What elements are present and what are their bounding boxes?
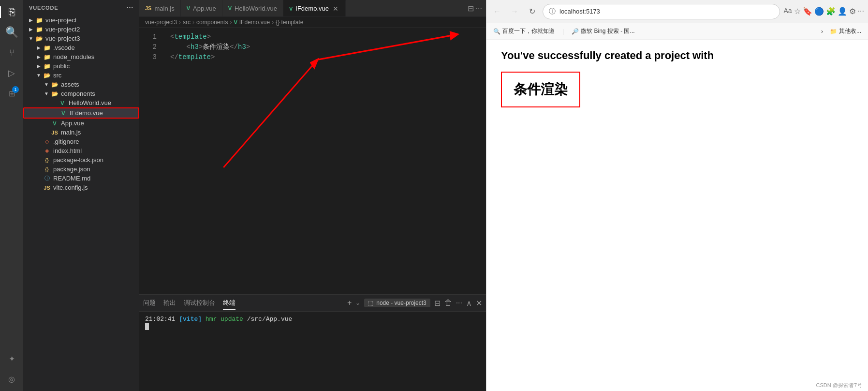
tab-appvue[interactable]: V App.vue [181,0,222,17]
run-activity-icon[interactable]: ▷ [3,65,20,81]
browser-forward-btn[interactable]: → [508,5,521,18]
browser-extensions-icon[interactable]: 🧩 [826,7,836,16]
account-activity-icon[interactable]: ◎ [3,371,20,387]
browser-page-title: You've successfully created a project wi… [501,49,853,62]
panel-dropdown-icon[interactable]: ⌄ [355,300,360,306]
browser-url: localhost:5173 [559,8,600,15]
tab-label-appvue: App.vue [193,5,216,12]
sidebar-item-public[interactable]: ▶ 📁 public [23,61,139,71]
bing-icon: 🔎 [572,28,579,35]
browser-back-btn[interactable]: ← [490,5,504,18]
tab-ifdemovue[interactable]: V IFdemo.vue ✕ [283,0,346,17]
activity-bar: ⎘ 🔍 ⑂ ▷ ⊞ 1 ✦ ◎ [0,0,23,391]
sidebar-item-label-pkg: package.json [53,165,90,173]
code-line-1: <template> [170,32,486,42]
browser-profile-icon[interactable]: 👤 [838,7,847,16]
bookmark-others[interactable]: 📁 其他收... [827,26,864,36]
browser-favorites-icon[interactable]: ☆ [794,7,801,16]
folder-open-icon-components: 📂 [50,90,59,97]
panel-split-icon[interactable]: ⊟ [434,299,441,308]
panel-tab-output[interactable]: 输出 [163,297,176,309]
panel-expand-icon[interactable]: ∧ [466,299,472,308]
browser-address-bar[interactable]: ⓘ localhost:5173 [543,4,780,19]
tab-bar-actions: ⊟ ··· [468,4,486,13]
panel-trash-icon[interactable]: 🗑 [444,299,452,307]
breadcrumb-part-ifdemo[interactable]: IFdemo.vue [239,19,270,26]
condition-render-box: 条件渲染 [501,72,580,107]
sidebar-item-vue-project3[interactable]: ▼ 📂 vue-project3 [23,34,139,43]
sidebar-item-pkglock[interactable]: ▶ {} package-lock.json [23,155,139,165]
terminal-path: /src/App.vue [247,316,293,323]
sidebar-item-components[interactable]: ▼ 📂 components [23,89,139,98]
bookmark-bing[interactable]: 🔎 微软 Bing 搜索 - 国... [569,26,637,36]
bookmark-baidu[interactable]: 🔍 百度一下，你就知道 [490,26,558,36]
sidebar-item-viteconfig[interactable]: ▶ JS vite.config.js [23,183,139,192]
panel-tab-debug[interactable]: 调试控制台 [184,297,215,309]
sidebar-item-label-viteconfig: vite.config.js [53,184,88,191]
code-editor[interactable]: 1 2 3 <template> <h3>条件渲染</h3> </templat… [139,28,486,294]
bookmark-more-icon[interactable]: › [821,28,823,35]
browser-refresh-btn[interactable]: ↻ [525,5,539,18]
sidebar-more-icon[interactable]: ··· [127,4,133,12]
panel-tab-problems[interactable]: 问题 [143,297,156,309]
sidebar-item-vscode[interactable]: ▶ 📁 .vscode [23,43,139,52]
panel-tab-icons: + ⌄ ⬚ node - vue-project3 ⊟ 🗑 ··· ∧ ✕ [347,299,482,308]
code-lines: <template> <h3>条件渲染</h3> </template> [162,32,486,290]
terminal-tab-node[interactable]: ⬚ node - vue-project3 [364,299,430,307]
sidebar-item-appvue[interactable]: ▶ V App.vue [23,119,139,128]
browser-more-icon[interactable]: ··· [858,7,864,16]
files-activity-icon[interactable]: ⎘ [3,4,20,20]
sidebar-item-mainjs[interactable]: ▶ JS main.js [23,128,139,137]
breadcrumb-part-project[interactable]: vue-project3 [145,19,177,26]
sidebar-item-label-node: node_modules [53,53,94,60]
folder-icon-node: 📁 [43,54,51,60]
panel-add-icon[interactable]: + [347,299,352,307]
condition-render-text: 条件渲染 [514,82,568,97]
breadcrumb-part-components[interactable]: components [196,19,228,26]
browser-read-aloud-icon[interactable]: Aa [784,7,792,16]
sidebar-item-assets[interactable]: ▼ 📂 assets [23,80,139,89]
sidebar-item-readme[interactable]: ▶ ⓘ README.md [23,174,139,183]
sidebar-item-node-modules[interactable]: ▶ 📁 node_modules [23,52,139,61]
source-control-activity-icon[interactable]: ⑂ [3,45,20,61]
browser-footer-text: CSDN @探索者7号 [816,382,862,388]
browser-edge-icon[interactable]: 🔵 [814,7,824,16]
sidebar-item-indexhtml[interactable]: ▶ ◈ index.html [23,146,139,155]
tab-close-ifdemovue[interactable]: ✕ [332,5,339,13]
sidebar-item-label: vue-project [45,16,76,24]
sidebar-item-helloworld[interactable]: ▶ V HelloWorld.vue [23,98,139,107]
sidebar-item-label-public: public [53,62,70,70]
panel: 问题 输出 调试控制台 终端 + ⌄ ⬚ node - vue-project3… [139,294,486,391]
panel-close-icon[interactable]: ✕ [476,299,482,308]
more-tabs-icon[interactable]: ··· [476,4,482,13]
bookmark-baidu-label: 百度一下，你就知道 [502,27,555,35]
sidebar-item-ifdemo[interactable]: ▶ V IFdemo.vue [23,107,139,119]
sidebar-item-vue-project2[interactable]: ▶ 📁 vue-project2 [23,25,139,34]
breadcrumb-part-template[interactable]: {} template [276,19,303,26]
panel-more-icon[interactable]: ··· [456,299,462,307]
panel-tab-bar: 问题 输出 调试控制台 终端 + ⌄ ⬚ node - vue-project3… [139,295,486,312]
breadcrumb-part-src[interactable]: src [183,19,191,26]
sidebar-item-label-3: vue-project3 [45,35,80,42]
sidebar-item-label-ifdemo: IFdemo.vue [70,109,103,117]
browser-settings-icon[interactable]: ⚙ [849,7,856,16]
search-activity-icon[interactable]: 🔍 [3,24,20,41]
sidebar-item-vue-project[interactable]: ▶ 📁 vue-project [23,15,139,25]
tab-mainjs[interactable]: JS main.js [139,0,181,17]
copilot-activity-icon[interactable]: ✦ [3,350,20,367]
terminal-content[interactable]: 21:02:41 [vite] hmr update /src/App.vue [139,312,486,391]
vue-icon-ifdemo: V [59,110,68,116]
browser-collections-icon[interactable]: 🔖 [803,7,812,16]
terminal-tab-icon: ⬚ [368,300,373,306]
sidebar-item-pkg[interactable]: ▶ {} package.json [23,165,139,174]
vue-tab-icon-app: V [187,5,190,11]
extensions-activity-icon[interactable]: ⊞ 1 [3,85,20,102]
sidebar-item-src[interactable]: ▼ 📂 src [23,71,139,80]
sidebar-item-gitignore[interactable]: ▶ ◇ .gitignore [23,137,139,146]
panel-tab-terminal[interactable]: 终端 [223,297,235,310]
tab-helloworldvue[interactable]: V HelloWorld.vue [222,0,283,17]
bookmark-bing-label: 微软 Bing 搜索 - 国... [581,27,634,35]
sidebar-item-label-2: vue-project2 [45,26,80,33]
split-editor-icon[interactable]: ⊟ [468,4,474,13]
browser-toolbar-icons: Aa ☆ 🔖 🔵 🧩 👤 ⚙ ··· [784,7,864,16]
